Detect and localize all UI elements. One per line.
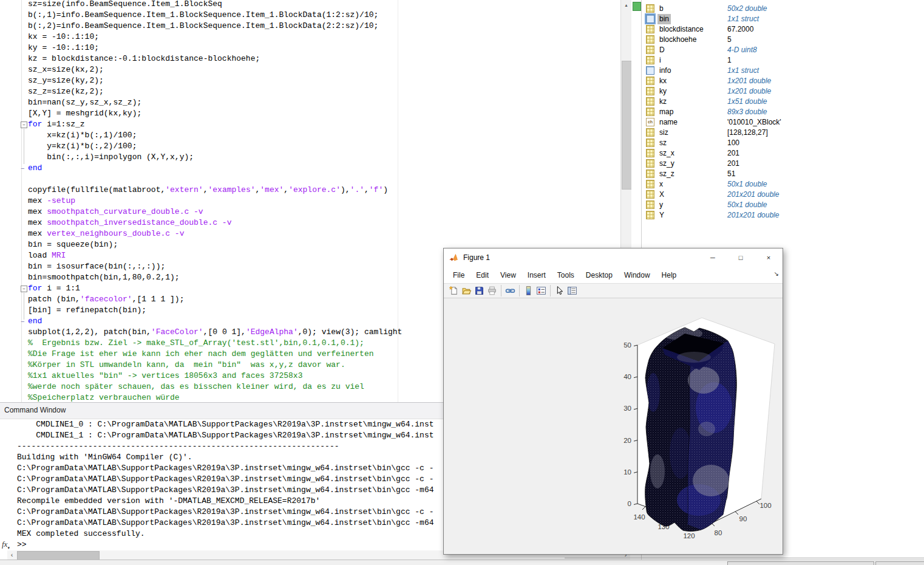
- code-line[interactable]: −for i=1:sz_z: [0, 119, 620, 130]
- code-line[interactable]: y=kz(i)*b(:,2)/100;: [0, 141, 620, 152]
- figure-titlebar[interactable]: Figure 1 ─□×: [444, 248, 783, 267]
- bottom-scrollbar-segment[interactable]: [875, 561, 924, 565]
- variable-value: [128,128,27]: [727, 128, 768, 138]
- maximize-button[interactable]: □: [727, 248, 755, 267]
- workspace-row[interactable]: sz_z51: [642, 169, 924, 179]
- variable-value: 1x201 double: [727, 86, 771, 97]
- code-line[interactable]: −end: [0, 163, 620, 174]
- print-figure-icon[interactable]: [486, 285, 498, 297]
- num-variable-icon: [646, 149, 654, 157]
- workspace-row[interactable]: bin1x1 struct: [642, 14, 924, 24]
- workspace-row[interactable]: sz100: [642, 138, 924, 148]
- workspace-row[interactable]: y50x1 double: [642, 200, 924, 210]
- code-line[interactable]: [X,Y] = meshgrid(kx,ky);: [0, 108, 620, 119]
- menu-file[interactable]: File: [447, 269, 470, 281]
- bottom-scrollbar-segment[interactable]: [727, 561, 874, 565]
- insert-colorbar-icon[interactable]: [522, 285, 535, 297]
- svg-text:0: 0: [628, 500, 631, 507]
- code-line[interactable]: sz_y=size(ky,2);: [0, 75, 620, 86]
- code-line[interactable]: kz = blockdistance:-0.1:blockdistance-bl…: [0, 53, 620, 64]
- num-variable-icon: [646, 139, 654, 147]
- menu-tools[interactable]: Tools: [552, 269, 580, 281]
- code-line[interactable]: ky = -10:.1:10;: [0, 43, 620, 53]
- workspace-row[interactable]: sz_y201: [642, 159, 924, 169]
- variable-name: blockdistance: [657, 24, 705, 35]
- code-line[interactable]: sz_z=size(kz,2);: [0, 86, 620, 97]
- property-inspector-icon[interactable]: [566, 285, 579, 297]
- variable-name: bin: [657, 14, 671, 24]
- struct-variable-icon: [646, 15, 654, 23]
- code-line[interactable]: copyfile(fullfile(matlabroot,'extern','e…: [0, 185, 620, 196]
- code-line[interactable]: [0, 174, 620, 185]
- workspace-row[interactable]: ky1x201 double: [642, 86, 924, 97]
- code-line[interactable]: sz_x=size(kx,2);: [0, 64, 620, 75]
- save-figure-icon[interactable]: [473, 285, 486, 297]
- workspace-row[interactable]: Y201x201 double: [642, 210, 924, 221]
- svg-text:120: 120: [683, 532, 695, 539]
- code-line[interactable]: mex smoothpatch_curvature_double.c -v: [0, 207, 620, 217]
- menu-overflow-icon[interactable]: ↘: [774, 270, 779, 277]
- workspace-row[interactable]: X201x201 double: [642, 190, 924, 200]
- code-line[interactable]: bin=nan(sz_y,sz_x,sz_z);: [0, 97, 620, 108]
- insert-legend-icon[interactable]: [535, 285, 548, 297]
- code-analyzer-ok-indicator[interactable]: [633, 2, 641, 11]
- new-figure-icon[interactable]: [447, 285, 460, 297]
- desktop-bottom-strip: [0, 560, 924, 565]
- link-plot-icon[interactable]: [504, 285, 517, 297]
- minimize-button[interactable]: ─: [699, 248, 727, 267]
- workspace-row[interactable]: chname'010010_XBlock': [642, 117, 924, 128]
- fold-collapse-icon[interactable]: −: [21, 286, 27, 292]
- edit-plot-icon[interactable]: [553, 285, 566, 297]
- code-line[interactable]: mex -setup: [0, 196, 620, 207]
- figure-window-title: Figure 1: [463, 253, 490, 262]
- workspace-row[interactable]: map89x3 double: [642, 107, 924, 117]
- figure-canvas[interactable]: 50 40 30 20 10 0 140 130 120: [444, 298, 783, 554]
- scroll-left-icon[interactable]: ‹: [7, 550, 16, 560]
- num-variable-icon: [646, 180, 654, 188]
- workspace-row[interactable]: D4-D uint8: [642, 45, 924, 55]
- workspace-row[interactable]: b50x2 double: [642, 4, 924, 14]
- svg-text:10: 10: [623, 468, 631, 476]
- workspace-row[interactable]: i1: [642, 55, 924, 66]
- workspace-row[interactable]: siz[128,128,27]: [642, 128, 924, 138]
- workspace-row[interactable]: x50x1 double: [642, 179, 924, 190]
- close-button[interactable]: ×: [755, 248, 783, 267]
- command-window-title: Command Window: [4, 406, 66, 414]
- code-line[interactable]: kx = -10:.1:10;: [0, 32, 620, 43]
- variable-value: 201: [727, 159, 739, 169]
- menu-view[interactable]: View: [495, 269, 522, 281]
- code-line[interactable]: mex smoothpatch_inversedistance_double.c…: [0, 217, 620, 228]
- workspace-row[interactable]: kx1x201 double: [642, 76, 924, 86]
- menu-desktop[interactable]: Desktop: [580, 269, 619, 281]
- fx-function-hints-icon[interactable]: fx▾: [2, 539, 10, 550]
- fold-collapse-icon[interactable]: −: [21, 122, 27, 128]
- workspace-row[interactable]: blockhoehe5: [642, 35, 924, 45]
- toolbar-separator: [550, 285, 551, 296]
- code-line[interactable]: b(:,2)=info.BeamSequence.Item_1.BlockSeq…: [0, 21, 620, 32]
- scrollbar-thumb[interactable]: [17, 551, 100, 560]
- code-line[interactable]: x=kz(i)*b(:,1)/100;: [0, 130, 620, 141]
- menu-edit[interactable]: Edit: [470, 269, 495, 281]
- workspace-row[interactable]: kz1x51 double: [642, 97, 924, 107]
- variable-name: ky: [657, 86, 668, 97]
- workspace-row[interactable]: info1x1 struct: [642, 66, 924, 76]
- workspace-row[interactable]: sz_x201: [642, 148, 924, 159]
- code-line[interactable]: mex vertex_neighbours_double.c -v: [0, 228, 620, 239]
- variable-name: info: [657, 66, 673, 76]
- menu-help[interactable]: Help: [656, 269, 683, 281]
- scroll-up-icon[interactable]: ▴: [621, 0, 631, 10]
- matlab-logo-icon: [449, 253, 458, 262]
- open-file-icon[interactable]: [460, 285, 473, 297]
- code-line[interactable]: sz=size(info.BeamSequence.Item_1.BlockSe…: [0, 0, 620, 10]
- svg-text:30: 30: [623, 405, 631, 412]
- menu-insert[interactable]: Insert: [522, 269, 552, 281]
- workspace-row[interactable]: blockdistance67.2000: [642, 24, 924, 35]
- figure-window[interactable]: Figure 1 ─□× FileEditViewInsertToolsDesk…: [443, 248, 783, 555]
- variable-name: x: [657, 179, 665, 190]
- code-line[interactable]: b(:,1)=info.BeamSequence.Item_1.BlockSeq…: [0, 10, 620, 21]
- menu-window[interactable]: Window: [619, 269, 656, 281]
- svg-text:20: 20: [623, 437, 631, 444]
- code-line[interactable]: bin(:,:,i)=inpolygon (X,Y,x,y);: [0, 152, 620, 163]
- variable-value: 1x1 struct: [727, 66, 759, 76]
- scrollbar-thumb[interactable]: [622, 61, 632, 190]
